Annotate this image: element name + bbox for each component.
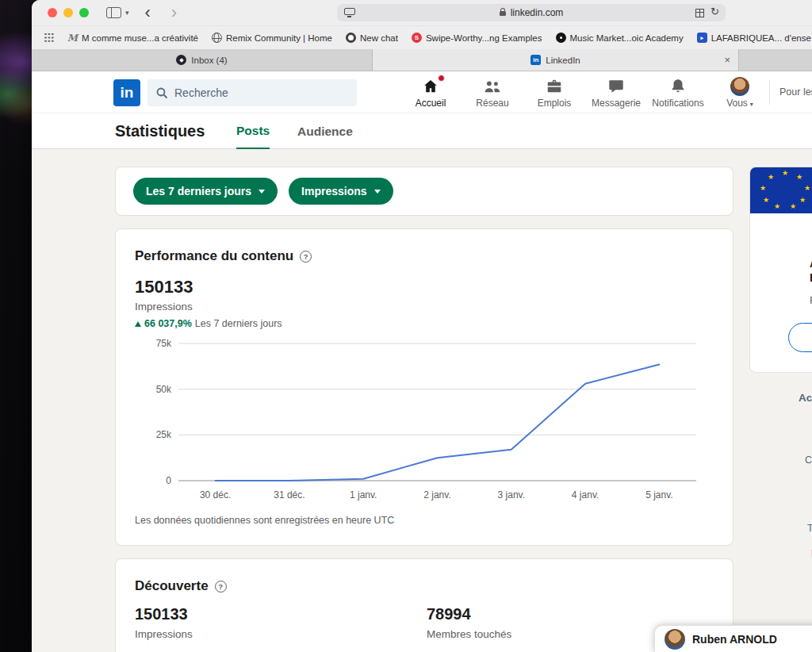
change-value: 66 037,9% <box>144 318 192 329</box>
stat-label: Impressions <box>135 628 193 640</box>
bookmark-label: M comme muse...a créativité <box>82 33 198 43</box>
inbox-favicon-icon <box>176 55 186 65</box>
nav-item-notifications[interactable]: Notifications <box>647 71 709 113</box>
discovery-card: Découverte ? 150133 Impressions 78994 Me… <box>115 558 733 652</box>
analytics-subheader: Statistiques Posts Audience <box>32 113 812 149</box>
tab-label: Inbox (4) <box>191 56 227 65</box>
bookmark-label: Remix Community | Home <box>226 33 332 43</box>
ad-cta-button[interactable] <box>788 323 812 352</box>
footer-link-conditions[interactable]: Conditio ▾ <box>805 454 812 474</box>
chevron-down-icon <box>374 190 381 194</box>
tab-posts[interactable]: Posts <box>236 113 270 149</box>
script-icon: M <box>67 33 78 43</box>
bookmark-item[interactable]: M M comme muse...a créativité <box>67 33 198 43</box>
nav-item-me[interactable]: Vous▾ <box>709 71 771 113</box>
impressions-value: 150133 <box>135 277 193 297</box>
notification-badge <box>438 75 445 82</box>
footer-link-download[interactable]: Téléchar <box>807 523 812 534</box>
stat-label: Membres touchés <box>427 628 511 640</box>
globe-icon <box>212 33 222 43</box>
tab-inbox[interactable]: Inbox (4) <box>32 49 373 71</box>
back-button[interactable]: ‹ <box>145 5 151 21</box>
nav-item-jobs[interactable]: Emplois <box>523 71 585 113</box>
messaging-dock[interactable]: Ruben ARNOLD × <box>654 625 812 652</box>
search-icon <box>155 86 168 99</box>
bookmark-label: New chat <box>360 33 398 43</box>
card-title: Découverte <box>135 578 209 594</box>
bookmark-item[interactable]: Remix Community | Home <box>212 33 332 43</box>
search-box[interactable] <box>147 79 357 106</box>
sidebar-toggle-icon[interactable] <box>106 7 121 18</box>
bookmark-item[interactable]: New chat <box>346 33 398 43</box>
close-tab-icon[interactable]: × <box>724 55 730 65</box>
avatar <box>665 629 685 650</box>
bookmark-item[interactable]: Music Market...oic Academy <box>556 33 684 43</box>
period-filter-button[interactable]: Les 7 derniers jours <box>133 178 278 205</box>
messaging-user-name: Ruben ARNOLD <box>692 633 777 646</box>
chevron-down-icon <box>259 190 265 194</box>
blue-badge-icon: ▸ <box>697 33 707 43</box>
extensions-icon[interactable] <box>695 9 704 17</box>
tab-audience[interactable]: Audience <box>297 113 353 149</box>
zoom-window-button[interactable] <box>79 8 89 17</box>
accessibility-link[interactable]: Accessibi <box>799 392 812 404</box>
star-icon: ★ <box>782 170 788 177</box>
svg-text:5 janv.: 5 janv. <box>645 489 672 501</box>
bell-icon <box>669 77 687 96</box>
linkedin-logo[interactable]: in <box>113 79 140 106</box>
main-column: Les 7 derniers jours Impressions Perform… <box>115 167 733 652</box>
svg-text:3 janv.: 3 janv. <box>498 489 525 501</box>
lock-icon <box>500 11 506 16</box>
filter-card: Les 7 derniers jours Impressions <box>115 167 733 216</box>
metric-filter-button[interactable]: Impressions <box>289 178 393 205</box>
trend-up-icon <box>135 321 141 327</box>
briefcase-icon <box>546 77 563 96</box>
nav-item-business[interactable]: Pour les <box>779 86 812 98</box>
nav-label: Réseau <box>476 98 508 109</box>
nav-item-home[interactable]: Accueil <box>400 71 462 113</box>
star-icon: ★ <box>768 174 774 181</box>
star-icon: ★ <box>774 203 780 210</box>
svg-text:4 janv.: 4 janv. <box>572 489 599 501</box>
change-indicator: 66 037,9% Les 7 derniers jours <box>135 318 282 329</box>
forward-button[interactable]: › <box>171 5 177 21</box>
search-input[interactable] <box>174 86 333 99</box>
browser-toolbar: ▾ ‹ › linkedin.com ↻ <box>32 0 812 25</box>
stat-impressions: 150133 Impressions <box>135 605 193 640</box>
tab-bar: Inbox (4) in LinkedIn × <box>32 49 812 71</box>
bookmark-item[interactable]: ▸ LAFABRIQUEA... d'ense <box>697 33 811 43</box>
url-text: linkedin.com <box>511 7 564 18</box>
nav-label: Vous▾ <box>726 98 753 109</box>
tab-linkedin[interactable]: in LinkedIn × <box>373 49 739 71</box>
reload-icon[interactable]: ↻ <box>710 6 719 17</box>
apps-grid-icon[interactable] <box>44 33 54 43</box>
chat-ring-icon <box>346 33 356 43</box>
tab-bar-empty <box>739 49 812 71</box>
star-icon: ★ <box>796 174 802 181</box>
chart-footnote: Les données quotidiennes sont enregistré… <box>135 515 394 526</box>
bookmark-item[interactable]: S Swipe-Worthy...ng Examples <box>412 33 542 43</box>
svg-text:0: 0 <box>166 475 171 486</box>
nav-item-messaging[interactable]: Messagerie <box>585 71 647 113</box>
svg-text:75k: 75k <box>156 338 172 349</box>
home-icon <box>422 77 439 96</box>
minimize-window-button[interactable] <box>63 8 73 17</box>
star-icon: ★ <box>790 203 796 210</box>
window-controls <box>48 8 89 17</box>
device-icon[interactable] <box>344 8 355 15</box>
chevron-down-icon: ▾ <box>750 101 753 108</box>
page-content: Les 7 derniers jours Impressions Perform… <box>32 149 812 652</box>
avatar <box>730 77 749 96</box>
nav-label: Notifications <box>652 98 703 109</box>
svg-text:2 janv.: 2 janv. <box>423 489 450 501</box>
help-icon[interactable]: ? <box>300 251 312 263</box>
performance-chart: 025k50k75k30 déc.31 déc.1 janv.2 janv.3 … <box>135 336 715 504</box>
help-icon[interactable]: ? <box>215 581 227 593</box>
nav-item-network[interactable]: Réseau <box>462 71 523 113</box>
bookmarks-bar: M M comme muse...a créativité Remix Comm… <box>32 25 812 49</box>
address-bar[interactable]: linkedin.com ↻ <box>337 4 726 21</box>
svg-text:1 janv.: 1 janv. <box>350 489 377 501</box>
close-window-button[interactable] <box>48 8 57 17</box>
page-title: Statistiques <box>115 113 205 149</box>
chevron-down-icon[interactable]: ▾ <box>125 9 129 17</box>
